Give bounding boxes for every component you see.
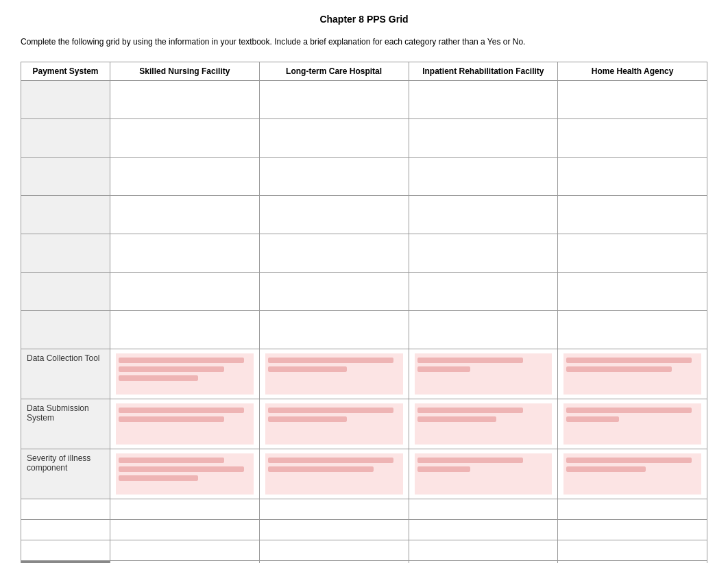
empty-row-1-snf[interactable] (110, 81, 260, 119)
cell-bottom-hha[interactable] (558, 561, 707, 564)
spacer-row-2 (21, 520, 110, 540)
col-header-irf: Inpatient Rehabilitation Facility (409, 62, 558, 81)
cell-dct-snf[interactable] (110, 349, 260, 399)
cell-soi-ltch[interactable] (259, 449, 409, 499)
cell-bottom-ltch[interactable] (259, 561, 409, 564)
instructions: Complete the following grid by using the… (21, 36, 707, 48)
cell-dss-hha[interactable] (558, 399, 707, 449)
cell-soi-snf[interactable] (110, 449, 260, 499)
empty-row-7-ltch[interactable] (259, 311, 409, 349)
col-header-snf: Skilled Nursing Facility (110, 62, 260, 81)
empty-row-6-snf[interactable] (110, 273, 260, 311)
empty-row-2-hha[interactable] (558, 119, 707, 158)
row-data-collection-tool: Data Collection Tool (21, 349, 707, 399)
col-header-payment-system: Payment System (21, 62, 110, 81)
cell-soi-irf[interactable] (409, 449, 558, 499)
cell-dss-snf[interactable] (110, 399, 260, 449)
empty-row-4-irf[interactable] (409, 196, 558, 234)
empty-row-2-label (21, 119, 110, 158)
empty-row-6-label (21, 273, 110, 311)
cell-dct-hha[interactable] (558, 349, 707, 399)
empty-row-4-hha[interactable] (558, 196, 707, 234)
empty-row-4-ltch[interactable] (259, 196, 409, 234)
row-label-data-submission: Data Submission System (21, 399, 110, 449)
empty-row-7-label (21, 311, 110, 349)
cell-dss-ltch[interactable] (259, 399, 409, 449)
empty-row-1-ltch[interactable] (259, 81, 409, 119)
empty-row-1-irf[interactable] (409, 81, 558, 119)
empty-row-5-irf[interactable] (409, 234, 558, 273)
empty-row-2-ltch[interactable] (259, 119, 409, 158)
empty-row-6-ltch[interactable] (259, 273, 409, 311)
pps-grid-table: Payment System Skilled Nursing Facility … (21, 62, 707, 563)
col-header-hha: Home Health Agency (558, 62, 707, 81)
empty-row-5-hha[interactable] (558, 234, 707, 273)
row-label-severity: Severity of illness component (21, 449, 110, 499)
empty-row-3-snf[interactable] (110, 158, 260, 196)
empty-row-7-snf[interactable] (110, 311, 260, 349)
empty-row-7-hha[interactable] (558, 311, 707, 349)
empty-row-3-hha[interactable] (558, 158, 707, 196)
spacer-row-1 (21, 499, 110, 520)
empty-row-4-label (21, 196, 110, 234)
cell-bottom-irf[interactable] (409, 561, 558, 564)
page-title: Chapter 8 PPS Grid (21, 14, 707, 25)
col-header-ltch: Long-term Care Hospital (259, 62, 409, 81)
cell-soi-hha[interactable] (558, 449, 707, 499)
cell-dct-irf[interactable] (409, 349, 558, 399)
empty-row-5-label (21, 234, 110, 273)
empty-row-1-hha[interactable] (558, 81, 707, 119)
empty-row-3-irf[interactable] (409, 158, 558, 196)
row-label-data-collection: Data Collection Tool (21, 349, 110, 399)
empty-row-6-hha[interactable] (558, 273, 707, 311)
empty-row-6-irf[interactable] (409, 273, 558, 311)
row-severity-illness: Severity of illness component (21, 449, 707, 499)
empty-row-2-irf[interactable] (409, 119, 558, 158)
empty-row-4-snf[interactable] (110, 196, 260, 234)
empty-row-3-label (21, 158, 110, 196)
empty-row-3-ltch[interactable] (259, 158, 409, 196)
empty-row-1-label (21, 81, 110, 119)
row-data-submission-system: Data Submission System (21, 399, 707, 449)
cell-dct-ltch[interactable] (259, 349, 409, 399)
empty-row-2-snf[interactable] (110, 119, 260, 158)
empty-row-5-snf[interactable] (110, 234, 260, 273)
cell-dss-irf[interactable] (409, 399, 558, 449)
empty-row-7-irf[interactable] (409, 311, 558, 349)
row-bottom-section (21, 561, 707, 564)
spacer-row-3 (21, 540, 110, 561)
empty-row-5-ltch[interactable] (259, 234, 409, 273)
row-label-bottom-dark (21, 561, 110, 564)
cell-bottom-snf[interactable] (110, 561, 260, 564)
